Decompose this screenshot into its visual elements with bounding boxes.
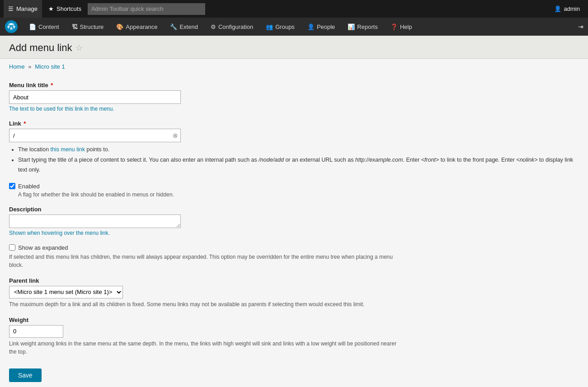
manage-button[interactable]: ☰ Manage xyxy=(4,0,42,18)
main-content: Menu link title * The text to be used fo… xyxy=(0,75,588,387)
nav-item-content[interactable]: 📄 Content xyxy=(23,18,66,36)
description-label: Description xyxy=(9,206,579,213)
nav-collapse-button[interactable]: ⇥ xyxy=(574,18,588,36)
site-logo[interactable] xyxy=(0,18,23,36)
show-expanded-field: Show as expanded If selected and this me… xyxy=(9,244,579,269)
shortcuts-button[interactable]: ★ Shortcuts xyxy=(44,3,86,15)
link-input[interactable] xyxy=(9,129,181,142)
menu-link-title-label: Menu link title * xyxy=(9,82,579,89)
enabled-checkbox[interactable] xyxy=(9,183,15,189)
content-icon: 📄 xyxy=(29,23,36,30)
admin-search-input[interactable] xyxy=(88,3,205,15)
nav-item-reports[interactable]: 📊 Reports xyxy=(341,18,384,36)
structure-icon: 🏗 xyxy=(72,23,78,30)
description-input[interactable] xyxy=(9,214,181,228)
save-button[interactable]: Save xyxy=(9,368,42,382)
user-icon: 👤 xyxy=(554,5,561,12)
breadcrumb-separator: » xyxy=(28,63,31,70)
parent-link-select[interactable]: <Micro site 1 menu set (Micro site 1)> xyxy=(9,286,123,298)
parent-link-field: Parent link <Micro site 1 menu set (Micr… xyxy=(9,277,579,308)
enabled-field: Enabled A flag for whether the link shou… xyxy=(9,183,579,198)
admin-toolbar: ☰ Manage ★ Shortcuts 👤 admin xyxy=(0,0,588,18)
nav-item-groups[interactable]: 👥 Groups xyxy=(259,18,301,36)
link-clear-button[interactable]: ⊗ xyxy=(173,132,178,139)
nav-item-structure[interactable]: 🏗 Structure xyxy=(66,18,110,36)
weight-hint: Link weight among links in the same menu… xyxy=(9,340,398,356)
reports-icon: 📊 xyxy=(348,23,355,30)
breadcrumb-current[interactable]: Micro site 1 xyxy=(35,63,65,70)
nav-item-appearance[interactable]: 🎨 Appearance xyxy=(110,18,164,36)
link-field: Link * ⊗ The location this menu link poi… xyxy=(9,120,579,175)
link-required-marker: * xyxy=(24,120,26,127)
favorite-star-icon[interactable]: ☆ xyxy=(75,43,83,53)
show-expanded-label[interactable]: Show as expanded xyxy=(18,244,68,251)
enabled-checkbox-row: Enabled xyxy=(9,183,579,190)
hamburger-icon: ☰ xyxy=(8,5,14,12)
show-expanded-checkbox[interactable] xyxy=(9,244,15,251)
description-field: Description Shown when hovering over the… xyxy=(9,206,579,236)
parent-link-hint: The maximum depth for a link and all its… xyxy=(9,300,398,308)
nav-item-extend[interactable]: 🔧 Extend xyxy=(164,18,204,36)
weight-input[interactable] xyxy=(9,325,63,338)
menu-link-title-description: The text to be used for this link in the… xyxy=(9,106,579,112)
menu-link-title-input[interactable] xyxy=(9,90,181,104)
nav-item-people[interactable]: 👤 People xyxy=(301,18,341,36)
link-hint-2: Start typing the title of a piece of con… xyxy=(18,155,579,175)
link-label: Link * xyxy=(9,120,579,127)
parent-link-label: Parent link xyxy=(9,277,579,284)
enabled-label[interactable]: Enabled xyxy=(18,183,40,190)
page-header: Add menu link ☆ xyxy=(0,36,588,59)
weight-label: Weight xyxy=(9,317,579,323)
show-expanded-checkbox-row: Show as expanded xyxy=(9,244,579,251)
nav-bar: 📄 Content 🏗 Structure 🎨 Appearance 🔧 Ext… xyxy=(0,18,588,36)
help-icon: ❓ xyxy=(390,23,398,30)
manage-label: Manage xyxy=(16,5,38,12)
people-icon: 👤 xyxy=(307,23,315,30)
breadcrumb: Home » Micro site 1 xyxy=(0,59,588,75)
page-title: Add menu link ☆ xyxy=(9,42,579,54)
link-hint-1: The location this menu link points to. xyxy=(18,145,579,154)
link-input-wrapper: ⊗ xyxy=(9,129,181,142)
star-nav-icon: ★ xyxy=(48,5,54,12)
required-marker: * xyxy=(51,82,53,89)
description-hint: Shown when hovering over the menu link. xyxy=(9,230,579,236)
link-hints: The location this menu link points to. S… xyxy=(18,145,579,175)
user-label: admin xyxy=(564,5,580,12)
menu-link-title-field: Menu link title * The text to be used fo… xyxy=(9,82,579,112)
show-expanded-hint: If selected and this menu link has child… xyxy=(9,253,398,269)
extend-icon: 🔧 xyxy=(170,23,177,30)
nav-item-help[interactable]: ❓ Help xyxy=(384,18,419,36)
user-menu-button[interactable]: 👤 admin xyxy=(550,3,584,15)
enabled-hint: A flag for whether the link should be en… xyxy=(18,191,579,198)
nav-item-configuration[interactable]: ⚙ Configuration xyxy=(204,18,259,36)
appearance-icon: 🎨 xyxy=(116,23,123,30)
shortcuts-label: Shortcuts xyxy=(56,5,81,12)
groups-icon: 👥 xyxy=(266,23,273,30)
configuration-icon: ⚙ xyxy=(211,23,216,30)
breadcrumb-home[interactable]: Home xyxy=(9,63,25,70)
weight-field: Weight Link weight among links in the sa… xyxy=(9,317,579,356)
